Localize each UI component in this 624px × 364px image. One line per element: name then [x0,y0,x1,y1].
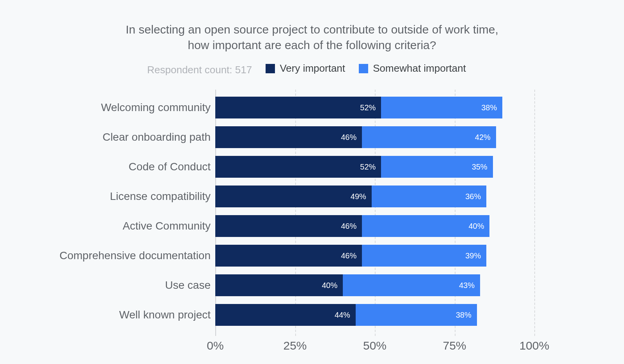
x-tick-label: 0% [207,339,223,352]
bar-value-label: 52% [360,103,376,112]
bar-segment: 40% [215,274,343,296]
bar-segment: 43% [343,274,480,296]
bar-value-label: 38% [456,311,472,320]
bar-segment: 49% [215,186,372,207]
bar-row: Well known project44%38% [0,304,624,326]
bar-row: Clear onboarding path46%42% [0,126,624,148]
bar-row: Use case40%43% [0,274,624,296]
bar-segment: 42% [362,126,496,148]
bar-row: License compatibility49%36% [0,186,624,207]
bar-value-label: 38% [481,103,497,112]
bar-value-label: 40% [322,281,337,290]
bar-row: Code of Conduct52%35% [0,156,624,178]
bar-value-label: 46% [341,222,356,231]
chart-container: In selecting an open source project to c… [0,0,624,364]
category-label: Active Community [122,220,211,232]
bar-value-label: 46% [341,133,356,142]
bar-segment: 40% [362,215,489,237]
bar-value-label: 40% [468,222,484,231]
bar-segment: 38% [356,304,477,326]
x-tick-label: 75% [443,339,466,352]
bar-row: Comprehensive documentation46%39% [0,245,624,267]
category-label: Code of Conduct [129,161,211,173]
bar-value-label: 49% [351,192,366,201]
bar-segment: 52% [215,156,381,178]
bar-value-label: 35% [472,163,488,171]
bar-value-label: 43% [459,281,475,290]
bar-segment: 38% [381,97,502,118]
category-label: License compatibility [110,190,211,203]
bar-value-label: 36% [465,192,481,201]
bar-segment: 35% [381,156,493,178]
category-label: Welcoming community [101,101,211,114]
bar-value-label: 42% [475,133,491,142]
bar-value-label: 39% [465,251,481,260]
category-label: Clear onboarding path [103,131,211,143]
bar-segment: 46% [215,126,362,148]
category-label: Well known project [119,309,211,321]
bar-segment: 36% [372,186,486,207]
bar-value-label: 44% [335,311,350,320]
bar-row: Welcoming community52%38% [0,97,624,118]
x-tick-label: 50% [363,339,386,352]
bar-value-label: 52% [360,163,376,171]
bar-row: Active Community46%40% [0,215,624,237]
category-label: Use case [165,279,211,292]
bar-value-label: 46% [341,251,356,260]
plot-area: 0%25%50%75%100%Welcoming community52%38%… [0,0,624,364]
bar-segment: 52% [215,97,381,118]
x-tick-label: 25% [283,339,307,352]
bar-segment: 46% [215,215,362,237]
bar-segment: 39% [362,245,486,267]
category-label: Comprehensive documentation [59,249,211,262]
x-tick-label: 100% [519,339,550,352]
bar-segment: 44% [215,304,356,326]
bar-segment: 46% [215,245,362,267]
